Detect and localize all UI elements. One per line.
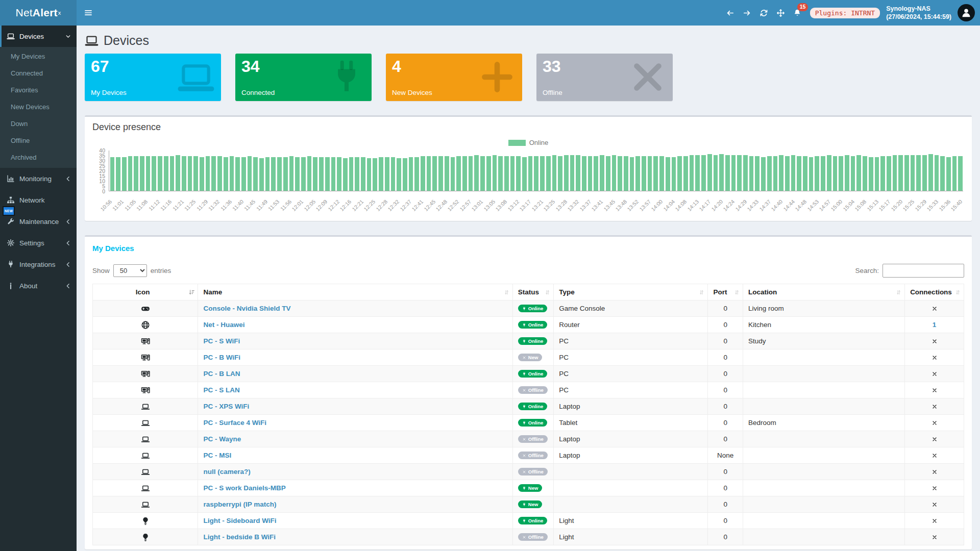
device-link[interactable]: Net - Huawei — [203, 321, 244, 329]
page-length-select[interactable]: 50 — [113, 264, 147, 277]
sidebar-subitem-down[interactable]: Down — [0, 115, 77, 132]
sidebar-subitem-offline[interactable]: Offline — [0, 132, 77, 149]
presence-bar — [301, 157, 306, 191]
top-navbar: NetAlertx 15 Plugins: INTRNT Synology-NA… — [0, 0, 980, 26]
refresh-button[interactable] — [755, 0, 772, 26]
sidebar-item-about[interactable]: About — [0, 275, 77, 296]
presence-bar — [188, 156, 192, 191]
device-status-cell: Online — [512, 300, 554, 317]
presence-bar — [880, 156, 885, 191]
device-port-cell: 0 — [708, 464, 743, 480]
sidebar-item-monitoring[interactable]: Monitoring — [0, 168, 77, 189]
presence-bar — [193, 156, 198, 191]
notifications-count-badge: 15 — [797, 3, 808, 11]
connections-link[interactable]: 1 — [933, 321, 937, 329]
presence-bar — [677, 156, 682, 191]
device-link[interactable]: raspberrypi (IP match) — [203, 500, 276, 508]
x-thin-icon — [932, 485, 938, 491]
presence-bar — [230, 156, 234, 191]
presence-bar — [211, 156, 216, 191]
device-row: PC - WayneOfflineLaptop0 — [93, 431, 964, 447]
device-name-cell: Light - Sideboard WiFi — [198, 513, 512, 529]
device-link[interactable]: PC - B LAN — [203, 370, 240, 378]
device-port-cell: 0 — [708, 382, 743, 398]
status-badge: Online — [518, 403, 548, 411]
sidebar-item-maintenance[interactable]: NEWMaintenance — [0, 211, 77, 232]
device-row: PC - S work Daniels-MBPNew0 — [93, 480, 964, 496]
presence-bar — [683, 156, 688, 191]
device-link[interactable]: Console - Nvidia Shield TV — [203, 305, 290, 312]
presence-bar — [438, 156, 443, 191]
plugins-status-badge[interactable]: Plugins: INTRNT — [810, 8, 880, 18]
device-location-cell — [743, 382, 904, 398]
device-icon-cell — [93, 464, 198, 480]
table-controls: Show 50 entries Search: — [92, 264, 964, 278]
sidebar-subitem-new-devices[interactable]: New Devices — [0, 98, 77, 115]
plug-icon — [522, 405, 526, 409]
device-link[interactable]: PC - Surface 4 WiFi — [203, 419, 266, 427]
column-header-icon[interactable]: Icon — [93, 284, 198, 300]
device-link[interactable]: PC - MSI — [203, 452, 231, 459]
device-link[interactable]: null (camera?) — [203, 468, 250, 475]
sidebar-item-devices[interactable]: Devices — [0, 26, 77, 47]
device-link[interactable]: PC - S LAN — [203, 386, 239, 394]
sidebar-subitem-my-devices[interactable]: My Devices — [0, 48, 77, 65]
presence-bar — [373, 158, 377, 191]
device-link[interactable]: PC - XPS WiFi — [203, 403, 249, 410]
presence-bar — [911, 155, 915, 191]
chart-y-axis: 0510152025303540 — [93, 151, 109, 191]
presence-bar — [833, 156, 838, 191]
device-type-cell: Light — [554, 529, 708, 545]
presence-bar — [570, 155, 575, 191]
presence-bar — [946, 157, 951, 191]
app-logo[interactable]: NetAlertx — [0, 0, 77, 26]
table-heading: My Devices — [92, 242, 964, 254]
laptop-row-icon — [141, 467, 150, 477]
stat-card-offline[interactable]: 33Offline — [536, 54, 673, 101]
table-body: Console - Nvidia Shield TVOnlineGame Con… — [93, 300, 964, 545]
device-link[interactable]: PC - S work Daniels-MBP — [203, 484, 285, 492]
device-icon-cell — [93, 398, 198, 415]
search-input[interactable] — [883, 264, 964, 278]
stat-card-connected[interactable]: 34Connected — [235, 54, 372, 101]
column-header-name[interactable]: Name — [198, 284, 512, 300]
stat-card-my-devices[interactable]: 67My Devices — [85, 54, 221, 101]
user-avatar[interactable] — [958, 4, 975, 21]
device-row: PC - MSIOfflineLaptopNone — [93, 447, 964, 464]
presence-bar — [206, 156, 210, 191]
column-header-location[interactable]: Location — [743, 284, 904, 300]
device-link[interactable]: Light - bedside B WiFi — [203, 533, 276, 541]
device-type-cell: Game Console — [554, 300, 708, 317]
sidebar-item-integrations[interactable]: Integrations — [0, 254, 77, 275]
sidebar-subitem-archived[interactable]: Archived — [0, 149, 77, 166]
sidebar-item-settings[interactable]: Settings — [0, 232, 77, 254]
device-port-cell: 0 — [708, 300, 743, 317]
column-header-status[interactable]: Status — [512, 284, 554, 300]
column-header-port[interactable]: Port — [708, 284, 743, 300]
presence-bar — [241, 157, 246, 191]
presence-bar — [928, 154, 933, 191]
device-link[interactable]: PC - Wayne — [203, 435, 241, 443]
chevron-left-icon — [65, 261, 71, 268]
move-button[interactable] — [772, 0, 789, 26]
presence-bar — [307, 156, 312, 191]
device-port-cell: 0 — [708, 317, 743, 333]
device-type-cell: Laptop — [554, 398, 708, 415]
device-status-cell: New — [512, 480, 554, 496]
device-link[interactable]: Light - Sideboard WiFi — [203, 517, 276, 524]
device-link[interactable]: PC - B WiFi — [203, 354, 240, 361]
arrow-left-button[interactable] — [722, 0, 739, 26]
device-link[interactable]: PC - S WiFi — [203, 337, 240, 345]
arrow-right-button[interactable] — [739, 0, 755, 26]
sidebar-subitem-favorites[interactable]: Favorites — [0, 82, 77, 98]
sidebar-toggle-button[interactable] — [77, 0, 100, 26]
column-header-type[interactable]: Type — [554, 284, 708, 300]
chart-legend[interactable]: Online — [92, 139, 964, 146]
device-connections-cell — [905, 464, 964, 480]
column-header-connections[interactable]: Connections — [905, 284, 964, 300]
stat-card-new-devices[interactable]: 4New Devices — [386, 54, 522, 101]
x-thin-icon — [932, 355, 938, 361]
sidebar-subitem-connected[interactable]: Connected — [0, 65, 77, 82]
device-status-cell: Offline — [512, 431, 554, 447]
notifications-bell[interactable]: 15 — [789, 0, 806, 26]
